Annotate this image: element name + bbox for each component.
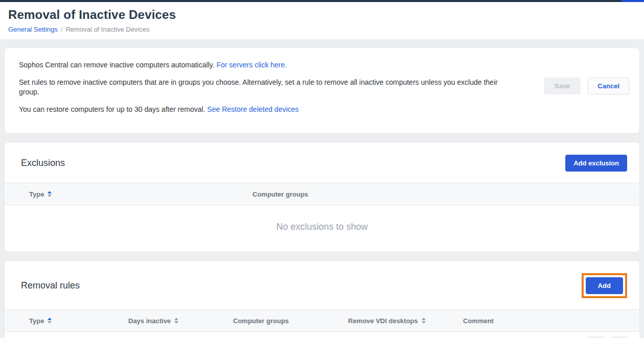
add-rule-button[interactable]: Add	[586, 277, 623, 294]
exclusions-title: Exclusions	[21, 158, 65, 168]
form-actions: Save Cancel	[544, 78, 629, 94]
sort-icon	[422, 318, 426, 324]
rules-column-days-inactive[interactable]: Days inactive	[128, 317, 233, 325]
restore-deleted-devices-link[interactable]: See Restore deleted devices	[207, 105, 298, 113]
removal-rules-table-header: Type Days inactive Computer groups Remov…	[5, 309, 639, 332]
intro-paragraph-1: Sophos Central can remove inactive compu…	[19, 60, 507, 70]
sort-icon	[174, 318, 178, 324]
rules-column-remove-vdi[interactable]: Remove VDI desktops	[348, 317, 463, 325]
rules-column-computer-groups: Computer groups	[233, 317, 348, 325]
breadcrumb-link-general-settings[interactable]: General Settings	[8, 26, 58, 33]
rules-column-comment: Comment	[463, 317, 639, 325]
rules-column-computer-groups-label: Computer groups	[233, 317, 289, 325]
sort-icon	[48, 191, 52, 197]
top-strip-accent	[622, 0, 644, 2]
page-title: Removal of Inactive Devices	[8, 8, 636, 22]
cancel-button[interactable]: Cancel	[588, 78, 629, 94]
exclusions-table-header: Type Computer groups	[5, 183, 639, 205]
exclusions-panel: Exclusions Add exclusion Type Computer g…	[4, 142, 640, 252]
exclusions-column-computer-groups: Computer groups	[252, 190, 639, 198]
intro-paragraph-2: Set rules to remove inactive computers t…	[19, 78, 507, 97]
intro-panel: Sophos Central can remove inactive compu…	[4, 47, 640, 134]
removal-rules-panel: Removal rules Add Type Days inactive Com…	[4, 260, 640, 338]
exclusions-empty-message: No exclusions to show	[5, 205, 639, 252]
rules-column-remove-vdi-label: Remove VDI desktops	[348, 317, 418, 325]
save-button[interactable]: Save	[544, 78, 581, 94]
exclusions-header: Exclusions Add exclusion	[5, 142, 639, 183]
window-top-strip	[0, 0, 644, 2]
intro-text-3: You can restore computers for up to 30 d…	[19, 105, 207, 113]
breadcrumb: General Settings/Removal of Inactive Dev…	[8, 26, 636, 33]
rules-column-days-inactive-label: Days inactive	[128, 317, 171, 325]
rules-column-type-label: Type	[29, 317, 44, 325]
intro-paragraph-3: You can restore computers for up to 30 d…	[19, 105, 507, 114]
exclusions-column-type-label: Type	[29, 190, 44, 198]
rules-column-type[interactable]: Type	[5, 317, 128, 325]
rules-column-comment-label: Comment	[463, 317, 494, 325]
removal-rules-header: Removal rules Add	[5, 261, 639, 309]
sort-icon	[48, 318, 52, 324]
servers-link[interactable]: For servers click here.	[216, 61, 287, 69]
exclusions-column-computer-groups-label: Computer groups	[252, 190, 308, 198]
table-row: Global 30 —	[5, 332, 639, 338]
breadcrumb-current: Removal of Inactive Devices	[65, 26, 149, 33]
add-exclusion-button[interactable]: Add exclusion	[565, 155, 627, 172]
content-area: Sophos Central can remove inactive compu…	[0, 39, 644, 338]
page-header: Removal of Inactive Devices General Sett…	[0, 2, 644, 39]
exclusions-column-type[interactable]: Type	[5, 190, 252, 198]
intro-text-1: Sophos Central can remove inactive compu…	[19, 61, 216, 69]
add-button-highlight-annotation: Add	[582, 273, 627, 298]
removal-rules-title: Removal rules	[21, 280, 80, 291]
breadcrumb-separator: /	[61, 26, 63, 33]
